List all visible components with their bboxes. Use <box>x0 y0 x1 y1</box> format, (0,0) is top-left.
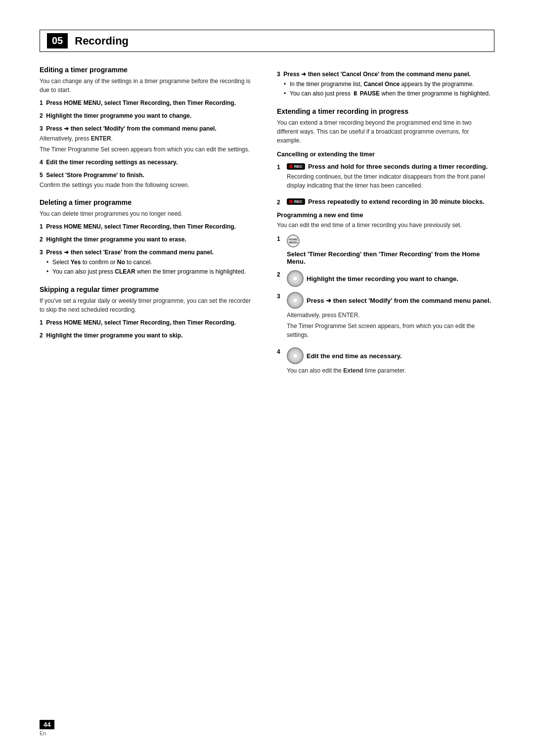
two-column-layout: Editing a timer programme You can change… <box>40 66 494 378</box>
extend-step-1-body: Recording continues, but the timer indic… <box>287 172 494 190</box>
extend-step-2-bold: Press repeatedly to extend recording in … <box>308 198 485 205</box>
delete-bullet-2: You can also just press CLEAR when the t… <box>46 267 257 277</box>
right-step-3: 3 Press ➜ then select 'Cancel Once' from… <box>277 70 494 79</box>
chapter-header: 05 Recording <box>40 30 494 52</box>
prog-step-2-bold: Highlight the timer recording you want t… <box>307 275 458 283</box>
nav-disc-icon-3 <box>287 347 304 364</box>
edit-step-1: 1 Press HOME MENU, select Timer Recordin… <box>40 98 257 107</box>
prog-step-4-block: 4 Edit the end time as necessary. You ca… <box>277 347 494 378</box>
prog-step-1-bold: Select 'Timer Recording' then 'Timer Rec… <box>287 250 494 265</box>
right-bullet-2: You can also just press ⏸ PAUSE when the… <box>284 89 494 98</box>
delete-step-1: 1 Press HOME MENU, select Timer Recordin… <box>40 222 257 231</box>
rec-button-icon-1: REC <box>287 163 305 170</box>
page-footer: 44 En <box>40 720 54 736</box>
delete-bullet-1: Select Yes to confirm or No to cancel. <box>46 258 257 267</box>
section-extending-heading: Extending a timer recording in progress <box>277 107 494 115</box>
section-editing-intro: You can change any of the settings in a … <box>40 77 257 94</box>
page: 05 Recording Editing a timer programme Y… <box>0 0 534 756</box>
delete-step-3: 3 Press ➜ then select 'Erase' from the c… <box>40 248 257 257</box>
prog-step-2-block: 2 Highlight the timer recording you want… <box>277 270 494 287</box>
right-column: 3 Press ➜ then select 'Cancel Once' from… <box>277 66 494 378</box>
sub-heading-cancelling: Cancelling or extending the timer <box>277 151 494 158</box>
prog-step-3-bold: Press ➜ then select 'Modify' from the co… <box>307 297 491 304</box>
skip-step-2: 2 Highlight the timer programme you want… <box>40 331 257 340</box>
prog-step-3-block: 3 Press ➜ then select 'Modify' from the … <box>277 292 494 342</box>
edit-step-4: 4 Edit the timer recording settings as n… <box>40 158 257 167</box>
skip-step-1: 1 Press HOME MENU, select Timer Recordin… <box>40 318 257 327</box>
delete-bullets: Select Yes to confirm or No to cancel. Y… <box>46 258 257 277</box>
chapter-title: Recording <box>75 35 129 47</box>
delete-step-2: 2 Highlight the timer programme you want… <box>40 235 257 244</box>
edit-step-5-body: Confirm the settings you made from the f… <box>40 181 257 189</box>
nav-disc-icon-2 <box>287 292 304 309</box>
home-menu-icon-1: HOMEMENU <box>287 235 300 247</box>
prog-step-3-body2: The Timer Programme Set screen appears, … <box>287 322 494 339</box>
section-editing-heading: Editing a timer programme <box>40 66 257 74</box>
edit-step-3: 3 Press ➜ then select 'Modify' from the … <box>40 124 257 133</box>
section-skipping-heading: Skipping a regular timer programme <box>40 285 257 293</box>
extend-step-1-bold: Press and hold for three seconds during … <box>308 163 488 170</box>
sub-heading-programming: Programming a new end time <box>277 212 494 219</box>
edit-step-3-body: Alternatively, press ENTER. <box>40 134 257 143</box>
extend-step-2-block: 2 REC Press repeatedly to extend recordi… <box>277 198 494 206</box>
left-column: Editing a timer programme You can change… <box>40 66 257 378</box>
chapter-number: 05 <box>47 33 68 48</box>
edit-step-2: 2 Highlight the timer programme you want… <box>40 111 257 120</box>
section-extending-intro: You can extend a timer recording beyond … <box>277 118 494 145</box>
nav-disc-icon-1 <box>287 270 304 287</box>
prog-step-4-body: You can also edit the Extend time parame… <box>287 366 494 375</box>
prog-step-3-body: Alternatively, press ENTER. <box>287 311 494 320</box>
edit-step-3-desc: The Timer Programme Set screen appears f… <box>40 145 257 154</box>
prog-step-4-bold: Edit the end time as necessary. <box>307 352 402 360</box>
rec-button-icon-2: REC <box>287 198 305 205</box>
section-deleting-heading: Deleting a timer programme <box>40 198 257 206</box>
right-bullet-1: In the timer programme list, Cancel Once… <box>284 80 494 89</box>
page-number: 44 <box>40 720 54 729</box>
programming-intro: You can edit the end time of a timer rec… <box>277 221 494 230</box>
prog-step-1-block: 1 HOMEMENU Select 'Timer Recording' then… <box>277 235 494 265</box>
section-skipping-intro: If you've set a regular daily or weekly … <box>40 296 257 314</box>
page-language: En <box>40 730 46 736</box>
edit-step-5: 5 Select 'Store Programme' to finish. <box>40 171 257 180</box>
section-deleting-intro: You can delete timer programmes you no l… <box>40 209 257 218</box>
extend-step-1-block: 1 REC Press and hold for three seconds d… <box>277 163 494 193</box>
right-bullets: In the timer programme list, Cancel Once… <box>284 80 494 98</box>
